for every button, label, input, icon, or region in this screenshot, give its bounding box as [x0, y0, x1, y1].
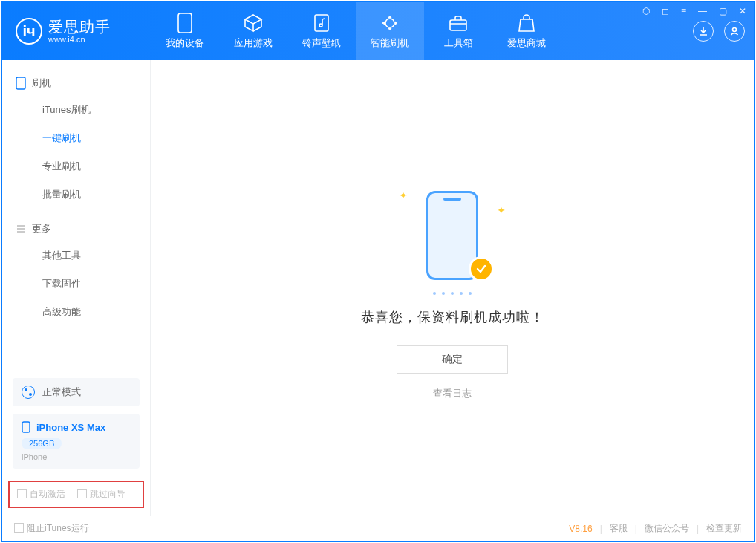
- sidebar-item-pro-flash[interactable]: 专业刷机: [2, 152, 150, 181]
- tab-label: 爱思商城: [507, 36, 546, 50]
- phone-icon: [22, 421, 30, 433]
- tab-ringtones[interactable]: 铃声壁纸: [287, 2, 356, 60]
- sidebar-item-oneclick-flash[interactable]: 一键刷机: [2, 124, 150, 152]
- refresh-gear-icon: [379, 13, 400, 33]
- footer: 阻止iTunes运行 V8.16 | 客服 | 微信公众号 | 检查更新: [2, 516, 754, 541]
- success-message: 恭喜您，保资料刷机成功啦！: [361, 308, 544, 326]
- storage-badge: 256GB: [22, 438, 62, 449]
- window-controls: ⬡ ◻ ≡ — ▢ ✕: [640, 4, 749, 18]
- sidebar-item-batch-flash[interactable]: 批量刷机: [2, 181, 150, 209]
- svg-point-4: [733, 28, 737, 32]
- tab-label: 应用游戏: [234, 36, 273, 50]
- group-label: 刷机: [32, 77, 51, 90]
- tab-label: 我的设备: [166, 36, 204, 50]
- tab-flash[interactable]: 智能刷机: [356, 2, 424, 60]
- menu-icon[interactable]: ≡: [679, 4, 688, 18]
- group-label: 更多: [32, 222, 51, 235]
- mode-status[interactable]: 正常模式: [13, 378, 140, 406]
- maximize-icon[interactable]: ▢: [717, 4, 729, 18]
- minimize-icon[interactable]: —: [696, 4, 709, 18]
- list-icon: [16, 224, 26, 234]
- sidebar: 刷机 iTunes刷机 一键刷机 专业刷机 批量刷机 更多 其他工具 下载固件 …: [2, 60, 151, 516]
- check-badge-icon: [469, 256, 494, 282]
- device-name: iPhone XS Max: [36, 422, 105, 433]
- logo: iч 爱思助手 www.i4.cn: [2, 18, 151, 45]
- sparkle-icon: ✦: [497, 204, 506, 216]
- sidebar-item-other-tools[interactable]: 其他工具: [2, 241, 150, 270]
- nav-tabs: 我的设备 应用游戏 铃声壁纸 智能刷机 工具箱 爱思商城: [151, 2, 561, 60]
- skin-icon[interactable]: ◻: [659, 4, 671, 18]
- svg-rect-5: [16, 77, 25, 89]
- svg-rect-3: [450, 20, 466, 30]
- logo-title: 爱思助手: [48, 19, 111, 35]
- wechat-link[interactable]: 微信公众号: [645, 522, 689, 535]
- device-info[interactable]: iPhone XS Max 256GB iPhone: [13, 414, 140, 469]
- main-content: ✦ ✦ 恭喜您，保资料刷机成功啦！ 确定 查看日志: [151, 60, 754, 516]
- flash-options-box: 自动激活 跳过向导: [8, 481, 144, 508]
- sparkle-icon: ✦: [399, 189, 408, 201]
- device-type: iPhone: [22, 452, 131, 461]
- close-icon[interactable]: ✕: [737, 4, 749, 18]
- music-file-icon: [311, 13, 332, 33]
- sidebar-item-download-firmware[interactable]: 下载固件: [2, 270, 150, 298]
- svg-rect-6: [22, 422, 30, 432]
- tab-label: 铃声壁纸: [302, 36, 341, 50]
- device-icon: [175, 13, 195, 33]
- support-link[interactable]: 客服: [610, 522, 628, 535]
- download-button[interactable]: [693, 21, 714, 42]
- tab-store[interactable]: 爱思商城: [492, 2, 561, 60]
- user-button[interactable]: [724, 21, 745, 42]
- sidebar-group-more: 更多: [2, 216, 150, 241]
- success-illustration: ✦ ✦: [385, 176, 519, 295]
- ok-button[interactable]: 确定: [397, 345, 508, 374]
- mode-label: 正常模式: [42, 386, 81, 399]
- dots-decoration: [385, 292, 519, 295]
- auto-activate-checkbox[interactable]: 自动激活: [17, 488, 65, 501]
- phone-icon: [16, 77, 26, 90]
- svg-point-2: [385, 19, 394, 27]
- sidebar-group-flash: 刷机: [2, 71, 150, 96]
- tab-toolbox[interactable]: 工具箱: [424, 2, 492, 60]
- mode-icon: [22, 386, 35, 399]
- bag-icon: [516, 13, 537, 33]
- logo-icon: iч: [16, 18, 42, 45]
- sidebar-item-advanced[interactable]: 高级功能: [2, 298, 150, 326]
- tab-apps[interactable]: 应用游戏: [219, 2, 287, 60]
- sidebar-item-itunes-flash[interactable]: iTunes刷机: [2, 96, 150, 124]
- tab-label: 智能刷机: [371, 36, 409, 50]
- svg-rect-1: [315, 15, 328, 31]
- block-itunes-checkbox[interactable]: 阻止iTunes运行: [14, 522, 89, 535]
- logo-url: www.i4.cn: [48, 35, 111, 44]
- tab-my-device[interactable]: 我的设备: [151, 2, 219, 60]
- check-update-link[interactable]: 检查更新: [706, 522, 742, 535]
- toolbox-icon: [448, 13, 469, 33]
- version-label: V8.16: [569, 524, 592, 534]
- view-log-link[interactable]: 查看日志: [433, 387, 472, 400]
- tab-label: 工具箱: [444, 36, 473, 50]
- cube-icon: [243, 13, 264, 33]
- skip-guide-checkbox[interactable]: 跳过向导: [77, 488, 126, 501]
- pin-icon[interactable]: ⬡: [640, 4, 652, 18]
- svg-rect-0: [178, 13, 192, 33]
